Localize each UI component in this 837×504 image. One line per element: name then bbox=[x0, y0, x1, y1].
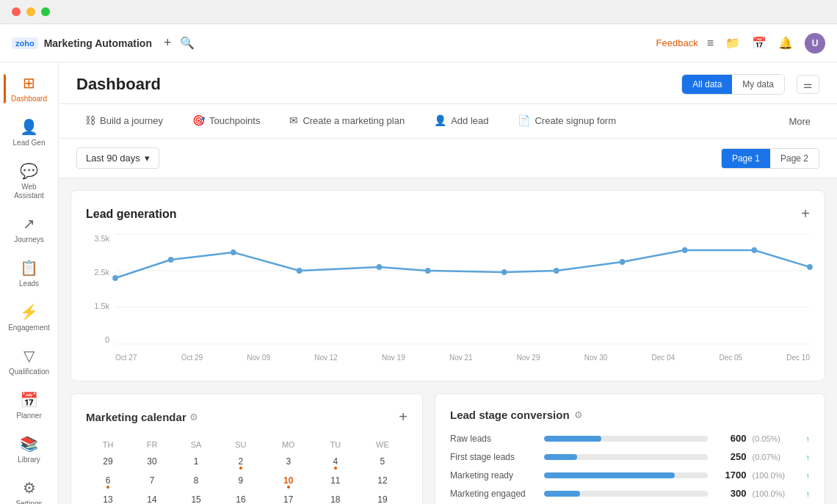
page2-button[interactable]: Page 2 bbox=[770, 149, 819, 168]
cal-cell-dot[interactable]: 2 bbox=[218, 452, 264, 471]
sidebar-label-qualification: Qualification bbox=[9, 368, 49, 376]
tab-add-lead[interactable]: 👤 Add lead bbox=[419, 104, 503, 138]
chart-title: Lead generation bbox=[86, 208, 177, 221]
all-data-button[interactable]: All data bbox=[682, 75, 732, 94]
x-label-dec10: Dec 10 bbox=[786, 354, 810, 362]
cal-cell[interactable]: 11 bbox=[314, 471, 358, 490]
x-label-nov09: Nov 09 bbox=[247, 354, 270, 362]
y-label-2500: 2.5k bbox=[94, 268, 109, 277]
close-btn[interactable] bbox=[12, 7, 21, 16]
calendar-icon[interactable]: 📅 bbox=[752, 36, 767, 50]
add-button[interactable]: + bbox=[164, 35, 172, 51]
sidebar-item-web-assistant[interactable]: 💬 Web Assistant bbox=[4, 156, 55, 206]
bell-icon[interactable]: 🔔 bbox=[778, 36, 793, 50]
tab-more[interactable]: More bbox=[774, 106, 825, 137]
search-icon[interactable]: 🔍 bbox=[180, 36, 195, 50]
cal-cell[interactable]: 13 bbox=[86, 490, 130, 504]
zoho-badge: zoho bbox=[12, 37, 38, 49]
svg-point-15 bbox=[807, 264, 813, 270]
calendar-add-button[interactable]: + bbox=[399, 409, 407, 426]
page-title: Dashboard bbox=[76, 75, 161, 94]
data-toggle: All data My data bbox=[681, 74, 785, 95]
tab-build-journey-label: Build a journey bbox=[100, 115, 163, 126]
stage-row-first-stage: First stage leads 250 (0.07%) ↑ bbox=[450, 451, 810, 462]
cal-cell[interactable]: 1 bbox=[174, 452, 218, 471]
cal-cell[interactable]: 7 bbox=[130, 471, 174, 490]
cal-cell[interactable]: 9 bbox=[218, 471, 264, 490]
sidebar-item-planner[interactable]: 📅 Planner bbox=[4, 385, 55, 426]
app-title: Marketing Automation bbox=[44, 37, 152, 49]
x-label-oct29: Oct 29 bbox=[181, 354, 203, 362]
window-chrome bbox=[0, 0, 837, 24]
topbar-icons: ≡ 📁 📅 🔔 U bbox=[707, 33, 825, 54]
tab-create-marketing-plan[interactable]: ✉ Create a marketing plan bbox=[275, 104, 419, 138]
avatar[interactable]: U bbox=[805, 33, 825, 54]
cal-week-3: 13 14 15 16 17 18 19 bbox=[86, 490, 407, 504]
svg-point-10 bbox=[501, 269, 507, 275]
cal-cell[interactable]: 19 bbox=[358, 490, 407, 504]
cal-cell[interactable]: 29 bbox=[86, 452, 130, 471]
chart-add-button[interactable]: + bbox=[801, 205, 810, 222]
stage-count-engaged: 300 bbox=[714, 488, 747, 499]
sidebar-item-library[interactable]: 📚 Library bbox=[4, 429, 55, 470]
sidebar-item-journeys[interactable]: ↗ Journeys bbox=[4, 209, 55, 250]
sidebar-item-qualification[interactable]: ▽ Qualification bbox=[4, 341, 55, 382]
svg-point-7 bbox=[297, 268, 302, 274]
cal-cell-dot[interactable]: 4 bbox=[314, 452, 358, 471]
cal-cell[interactable]: 3 bbox=[264, 452, 314, 471]
cal-cell[interactable]: 30 bbox=[130, 452, 174, 471]
page-header: Dashboard All data My data ⚌ bbox=[59, 62, 837, 104]
calendar-settings-icon[interactable]: ⚙ bbox=[189, 412, 198, 423]
tab-build-journey[interactable]: ⛓ Build a journey bbox=[70, 104, 178, 138]
cal-cell[interactable]: 12 bbox=[358, 471, 407, 490]
cal-cell[interactable]: 8 bbox=[174, 471, 218, 490]
stage-row-marketing-engaged: Marketing engaged 300 (100.0%) ↑ bbox=[450, 488, 810, 499]
stage-settings-icon[interactable]: ⚙ bbox=[574, 409, 583, 420]
cal-day-mo: MO bbox=[264, 437, 314, 452]
leads-icon: 📋 bbox=[20, 259, 38, 277]
tab-touchpoints[interactable]: 🎯 Touchpoints bbox=[178, 104, 275, 138]
tab-create-signup-form[interactable]: 📄 Create signup form bbox=[503, 104, 631, 138]
chart-x-axis: Oct 27 Oct 29 Nov 09 Nov 12 Nov 19 Nov 2… bbox=[115, 348, 810, 366]
stage-bar-fill-raw bbox=[544, 436, 601, 442]
cal-day-th: TH bbox=[86, 437, 130, 452]
cal-cell-dot[interactable]: 17 bbox=[264, 490, 314, 504]
feedback-link[interactable]: Feedback bbox=[656, 37, 698, 48]
cal-cell-today[interactable]: 10 bbox=[264, 471, 314, 490]
sidebar-item-engagement[interactable]: ⚡ Engagement bbox=[4, 297, 55, 338]
cal-week-1: 29 30 1 2 3 4 5 bbox=[86, 452, 407, 471]
sidebar-label-journeys: Journeys bbox=[14, 235, 44, 244]
cal-cell[interactable]: 18 bbox=[314, 490, 358, 504]
cal-cell[interactable]: 16 bbox=[218, 490, 264, 504]
folder-icon[interactable]: 📁 bbox=[725, 36, 740, 50]
date-filter-label: Last 90 days bbox=[86, 153, 140, 164]
svg-point-13 bbox=[682, 247, 688, 253]
sidebar-item-dashboard[interactable]: ⊞ Dashboard bbox=[4, 68, 55, 109]
sidebar-item-lead-gen[interactable]: 👤 Lead Gen bbox=[4, 112, 55, 153]
sidebar-item-wrapper-dashboard: ⊞ Dashboard bbox=[4, 68, 55, 109]
stage-bar-bg-raw bbox=[544, 436, 708, 442]
page1-button[interactable]: Page 1 bbox=[722, 149, 770, 168]
list-icon[interactable]: ≡ bbox=[707, 37, 714, 50]
x-label-oct27: Oct 27 bbox=[115, 354, 137, 362]
chart-toggle-button[interactable]: ⚌ bbox=[797, 75, 819, 94]
maximize-btn[interactable] bbox=[41, 7, 50, 16]
cal-cell[interactable]: 5 bbox=[358, 452, 407, 471]
lead-generation-section: Lead generation + 3.5k 2.5k 1.5k 0 bbox=[70, 190, 825, 381]
stage-title: Lead stage conversion bbox=[450, 409, 570, 421]
tab-add-lead-label: Add lead bbox=[451, 115, 488, 126]
minimize-btn[interactable] bbox=[26, 7, 35, 16]
date-filter-dropdown[interactable]: Last 90 days ▾ bbox=[76, 147, 159, 169]
chart-title-row: Lead generation + bbox=[86, 205, 810, 222]
stage-bar-fill-engaged bbox=[544, 491, 580, 497]
cal-cell[interactable]: 14 bbox=[130, 490, 174, 504]
sidebar-item-settings[interactable]: ⚙ Settings bbox=[4, 473, 55, 504]
cal-cell-dot[interactable]: 6 bbox=[86, 471, 130, 490]
cal-day-we: WE bbox=[358, 437, 407, 452]
cal-cell[interactable]: 15 bbox=[174, 490, 218, 504]
my-data-button[interactable]: My data bbox=[732, 75, 784, 94]
calendar-title-row: Marketing calendar ⚙ + bbox=[86, 409, 407, 426]
sidebar-label-web-assistant: Web Assistant bbox=[8, 183, 51, 200]
svg-point-4 bbox=[112, 275, 118, 281]
sidebar-item-leads[interactable]: 📋 Leads bbox=[4, 253, 55, 294]
